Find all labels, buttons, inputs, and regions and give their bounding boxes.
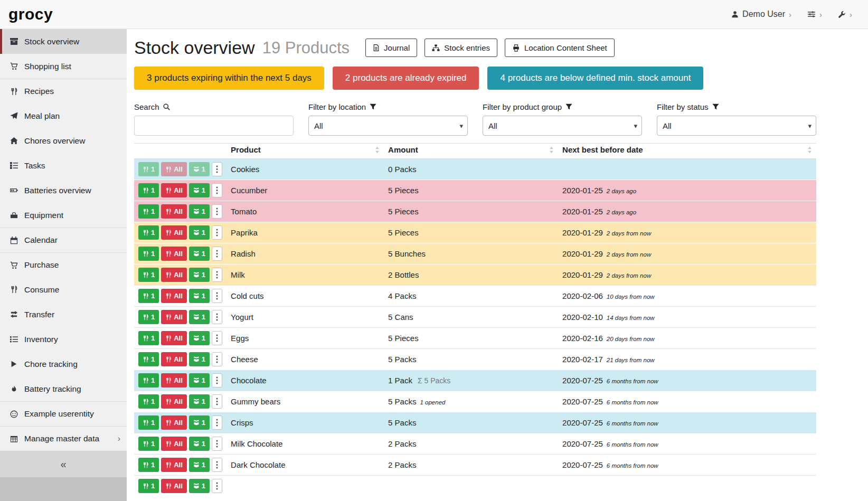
consume-all-button[interactable]: All (161, 373, 187, 387)
consume-one-button[interactable]: 1 (138, 394, 159, 409)
open-one-button[interactable]: 1 (189, 394, 210, 409)
consume-one-button[interactable]: 1 (138, 310, 159, 324)
row-menu-button[interactable] (212, 162, 222, 176)
sidebar-item-battery-tracking[interactable]: Battery tracking (0, 376, 127, 401)
consume-one-button[interactable]: 1 (138, 415, 159, 430)
user-menu[interactable]: Demo User › (731, 10, 791, 19)
consume-all-button[interactable]: All (161, 268, 187, 282)
open-one-button[interactable]: 1 (189, 373, 210, 387)
sidebar-item-batteries-overview[interactable]: Batteries overview (0, 178, 127, 203)
admin-menu[interactable]: › (838, 10, 852, 19)
consume-one-button[interactable]: 1 (138, 479, 159, 493)
consume-all-button[interactable]: All (161, 225, 187, 240)
consume-all-button[interactable]: All (161, 394, 187, 409)
consume-one-button[interactable]: 1 (138, 225, 159, 240)
consume-all-button[interactable]: All (161, 247, 187, 261)
sidebar-item-manage-master-data[interactable]: Manage master data› (0, 426, 127, 451)
consume-all-button[interactable]: All (161, 162, 187, 176)
open-one-button[interactable]: 1 (189, 479, 210, 493)
open-one-button[interactable]: 1 (189, 204, 210, 219)
search-input[interactable] (134, 116, 294, 136)
consume-all-button[interactable]: All (161, 183, 187, 197)
consume-all-button[interactable]: All (161, 479, 187, 493)
stock-entries-button[interactable]: Stock entries (424, 39, 497, 57)
sidebar-item-chore-tracking[interactable]: Chore tracking (0, 352, 127, 376)
sidebar-item-inventory[interactable]: Inventory (0, 327, 127, 352)
row-menu-button[interactable] (212, 437, 222, 451)
consume-all-button[interactable]: All (161, 415, 187, 430)
open-one-button[interactable]: 1 (189, 352, 210, 366)
open-one-button[interactable]: 1 (189, 225, 210, 240)
grocy-logo[interactable]: grocy (8, 5, 53, 23)
consume-one-button[interactable]: 1 (138, 268, 159, 282)
row-menu-button[interactable] (212, 204, 222, 219)
consume-one-button[interactable]: 1 (138, 437, 159, 451)
consume-one-button[interactable]: 1 (138, 162, 159, 176)
consume-all-button[interactable]: All (161, 204, 187, 219)
sidebar-item-equipment[interactable]: Equipment (0, 203, 127, 228)
status-filter-select[interactable]: All (657, 116, 816, 136)
sidebar-collapse-button[interactable]: « (0, 451, 127, 477)
location-content-sheet-button[interactable]: Location Content Sheet (505, 39, 615, 57)
row-menu-button[interactable] (212, 415, 222, 430)
consume-one-button[interactable]: 1 (138, 352, 159, 366)
sidebar-item-meal-plan[interactable]: Meal plan (0, 103, 127, 128)
consume-all-button[interactable]: All (161, 352, 187, 366)
info-banner[interactable]: 4 products are below defined min. stock … (487, 67, 703, 90)
consume-all-button[interactable]: All (161, 437, 187, 451)
consume-one-button[interactable]: 1 (138, 204, 159, 219)
product-group-filter-select[interactable]: All (483, 116, 642, 136)
row-menu-button[interactable] (212, 310, 222, 324)
row-menu-button[interactable] (212, 225, 222, 240)
consume-one-button[interactable]: 1 (138, 247, 159, 261)
sidebar-item-consume[interactable]: Consume (0, 277, 127, 302)
consume-one-button[interactable]: 1 (138, 458, 159, 472)
row-menu-button[interactable] (212, 373, 222, 387)
column-header-amount[interactable]: Amount (384, 144, 558, 159)
journal-button[interactable]: Journal (365, 39, 417, 57)
open-one-button[interactable]: 1 (189, 415, 210, 430)
open-one-button[interactable]: 1 (189, 268, 210, 282)
sidebar-item-stock-overview[interactable]: Stock overview (0, 29, 127, 54)
sidebar-item-tasks[interactable]: Tasks (0, 153, 127, 178)
danger-banner[interactable]: 2 products are already expired (333, 67, 479, 90)
settings-menu[interactable]: › (807, 10, 822, 19)
row-menu-button[interactable] (212, 183, 222, 197)
consume-one-button[interactable]: 1 (138, 373, 159, 387)
open-one-button[interactable]: 1 (189, 289, 210, 303)
sidebar-item-chores-overview[interactable]: Chores overview (0, 128, 127, 153)
column-header-next-best-before-date[interactable]: Next best before date (558, 144, 816, 159)
sidebar-item-purchase[interactable]: Purchase (0, 252, 127, 277)
sidebar-item-shopping-list[interactable]: Shopping list (0, 54, 127, 79)
consume-all-button[interactable]: All (161, 458, 187, 472)
consume-all-button[interactable]: All (161, 331, 187, 345)
sidebar-item-transfer[interactable]: Transfer (0, 302, 127, 327)
warning-banner[interactable]: 3 products expiring within the next 5 da… (134, 67, 324, 90)
row-menu-button[interactable] (212, 394, 222, 409)
open-one-button[interactable]: 1 (189, 458, 210, 472)
open-one-button[interactable]: 1 (189, 310, 210, 324)
consume-one-button[interactable]: 1 (138, 183, 159, 197)
button-label: 1 (202, 334, 205, 342)
open-one-button[interactable]: 1 (189, 247, 210, 261)
row-menu-button[interactable] (212, 289, 222, 303)
sidebar-item-recipes[interactable]: Recipes (0, 79, 127, 103)
consume-all-button[interactable]: All (161, 289, 187, 303)
consume-all-button[interactable]: All (161, 310, 187, 324)
row-menu-button[interactable] (212, 331, 222, 345)
open-one-button[interactable]: 1 (189, 331, 210, 345)
row-menu-button[interactable] (212, 479, 222, 493)
location-filter-select[interactable]: All (308, 116, 468, 136)
sidebar-item-calendar[interactable]: Calendar (0, 228, 127, 252)
row-menu-button[interactable] (212, 458, 222, 472)
open-one-button[interactable]: 1 (189, 183, 210, 197)
column-header-product[interactable]: Product (227, 144, 384, 159)
row-menu-button[interactable] (212, 268, 222, 282)
sidebar-item-example-userentity[interactable]: Example userentity (0, 401, 127, 426)
open-one-button[interactable]: 1 (189, 162, 210, 176)
consume-one-button[interactable]: 1 (138, 331, 159, 345)
consume-one-button[interactable]: 1 (138, 289, 159, 303)
row-menu-button[interactable] (212, 352, 222, 366)
open-one-button[interactable]: 1 (189, 437, 210, 451)
row-menu-button[interactable] (212, 247, 222, 261)
